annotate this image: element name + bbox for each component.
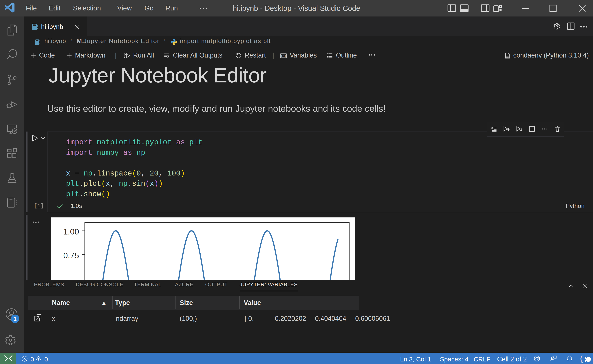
svg-text:0.75: 0.75	[63, 251, 79, 260]
svg-text:1.00: 1.00	[63, 227, 79, 236]
svg-text:(x): (x)	[281, 55, 286, 58]
